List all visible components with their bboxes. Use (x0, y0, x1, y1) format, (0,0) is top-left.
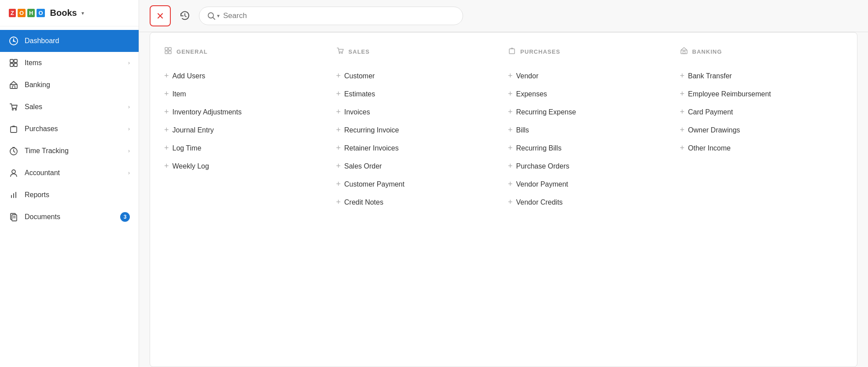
menu-item-owner-drawings[interactable]: + Owner Drawings (680, 121, 843, 139)
svg-point-12 (12, 170, 15, 173)
svg-rect-17 (169, 48, 171, 50)
plus-icon: + (336, 89, 341, 99)
sidebar-item-accountant[interactable]: Accountant › (0, 162, 139, 184)
menu-item-log-time[interactable]: + Log Time (164, 139, 327, 157)
menu-item-customer[interactable]: + Customer (336, 67, 500, 85)
close-button[interactable] (150, 5, 171, 26)
menu-item-expenses-label: Expenses (516, 90, 547, 98)
sales-header: SALES (336, 47, 500, 56)
plus-icon: + (508, 125, 513, 135)
menu-item-customer-payment[interactable]: + Customer Payment (336, 175, 500, 193)
menu-item-vendor-credits[interactable]: + Vendor Credits (508, 193, 671, 211)
history-button[interactable] (176, 7, 194, 25)
svg-rect-2 (10, 59, 13, 62)
plus-icon: + (164, 107, 169, 117)
purchases-column: PURCHASES + Vendor + Expenses + Recurrin… (508, 47, 680, 349)
sidebar-item-documents[interactable]: Documents 3 (0, 206, 139, 228)
plus-icon: + (164, 71, 169, 81)
search-dropdown-arrow[interactable]: ▾ (217, 13, 220, 19)
menu-item-log-time-label: Log Time (173, 144, 202, 152)
plus-icon: + (680, 71, 685, 81)
sidebar-item-accountant-label: Accountant (25, 169, 122, 177)
plus-icon: + (680, 107, 685, 117)
menu-item-invoices[interactable]: + Invoices (336, 103, 500, 121)
svg-rect-10 (11, 127, 17, 132)
dashboard-icon (9, 36, 18, 46)
toolbar: ▾ (139, 0, 868, 32)
sidebar-item-purchases[interactable]: Purchases › (0, 118, 139, 140)
sidebar-item-items[interactable]: Items › (0, 52, 139, 74)
menu-item-estimates-label: Estimates (344, 90, 375, 98)
bank-icon (680, 47, 688, 56)
menu-item-retainer-invoices[interactable]: + Retainer Invoices (336, 139, 500, 157)
sidebar-item-documents-label: Documents (25, 213, 114, 221)
items-icon (9, 58, 18, 68)
logo-chevron-icon[interactable]: ▾ (81, 10, 84, 16)
menu-item-customer-payment-label: Customer Payment (344, 180, 405, 188)
menu-item-journal-entry[interactable]: + Journal Entry (164, 121, 327, 139)
sidebar-item-banking[interactable]: Banking (0, 74, 139, 96)
banking-icon (9, 80, 18, 90)
menu-item-employee-reimbursement[interactable]: + Employee Reimbursement (680, 85, 843, 103)
time-arrow-icon: › (128, 148, 130, 154)
menu-item-bank-transfer-label: Bank Transfer (688, 72, 732, 80)
sidebar-item-time-tracking[interactable]: Time Tracking › (0, 140, 139, 162)
menu-item-expenses[interactable]: + Expenses (508, 85, 671, 103)
sidebar: ZOHO Books ▾ Dashboard (0, 0, 139, 367)
menu-item-recurring-bills[interactable]: + Recurring Bills (508, 139, 671, 157)
menu-item-recurring-expense[interactable]: + Recurring Expense (508, 103, 671, 121)
menu-item-bank-transfer[interactable]: + Bank Transfer (680, 67, 843, 85)
plus-icon: + (508, 180, 513, 189)
menu-item-credit-notes[interactable]: + Credit Notes (336, 193, 500, 211)
grid-icon (164, 47, 172, 56)
menu-item-credit-notes-label: Credit Notes (344, 198, 383, 206)
menu-item-sales-order[interactable]: + Sales Order (336, 157, 500, 175)
sidebar-item-reports[interactable]: Reports (0, 184, 139, 206)
purchases-header: PURCHASES (508, 47, 671, 56)
general-header-label: GENERAL (177, 48, 208, 55)
menu-item-purchase-orders-label: Purchase Orders (516, 162, 570, 170)
menu-item-inventory-label: Inventory Adjustments (173, 108, 242, 116)
banking-column: BANKING + Bank Transfer + Employee Reimb… (680, 47, 843, 349)
menu-item-other-income[interactable]: + Other Income (680, 139, 843, 157)
cart-icon (336, 47, 344, 56)
svg-point-15 (208, 13, 213, 18)
menu-item-weekly-log[interactable]: + Weekly Log (164, 157, 327, 175)
plus-icon: + (164, 89, 169, 99)
menu-item-vendor-payment[interactable]: + Vendor Payment (508, 175, 671, 193)
logo-o2: O (37, 9, 44, 17)
menu-item-item[interactable]: + Item (164, 85, 327, 103)
sales-header-label: SALES (349, 48, 370, 55)
documents-badge: 3 (120, 212, 130, 222)
plus-icon: + (336, 107, 341, 117)
svg-point-20 (339, 52, 340, 53)
menu-item-journal-label: Journal Entry (173, 126, 214, 134)
search-bar: ▾ (199, 7, 463, 25)
menu-item-estimates[interactable]: + Estimates (336, 85, 500, 103)
zoho-logo: ZOHO (9, 9, 45, 17)
menu-item-inventory-adjustments[interactable]: + Inventory Adjustments (164, 103, 327, 121)
menu-item-vendor[interactable]: + Vendor (508, 67, 671, 85)
bag-icon (508, 47, 516, 56)
plus-icon: + (508, 143, 513, 153)
logo-h: H (27, 9, 35, 17)
purchases-arrow-icon: › (128, 126, 130, 132)
sidebar-item-dashboard[interactable]: Dashboard (0, 30, 139, 52)
menu-item-add-users[interactable]: + Add Users (164, 67, 327, 85)
menu-item-bills[interactable]: + Bills (508, 121, 671, 139)
svg-rect-22 (509, 49, 515, 54)
menu-item-card-payment[interactable]: + Card Payment (680, 103, 843, 121)
sidebar-item-sales[interactable]: Sales › (0, 96, 139, 118)
plus-icon: + (336, 71, 341, 81)
svg-point-8 (12, 109, 14, 110)
menu-item-recurring-invoice[interactable]: + Recurring Invoice (336, 121, 500, 139)
menu-item-customer-label: Customer (344, 72, 375, 80)
plus-icon: + (508, 107, 513, 117)
plus-icon: + (508, 89, 513, 99)
sidebar-nav: Dashboard Items › (0, 26, 139, 367)
menu-item-retainer-label: Retainer Invoices (344, 144, 399, 152)
menu-item-recurring-bills-label: Recurring Bills (516, 144, 562, 152)
menu-item-purchase-orders[interactable]: + Purchase Orders (508, 157, 671, 175)
plus-icon: + (164, 161, 169, 171)
search-input[interactable] (223, 11, 455, 20)
